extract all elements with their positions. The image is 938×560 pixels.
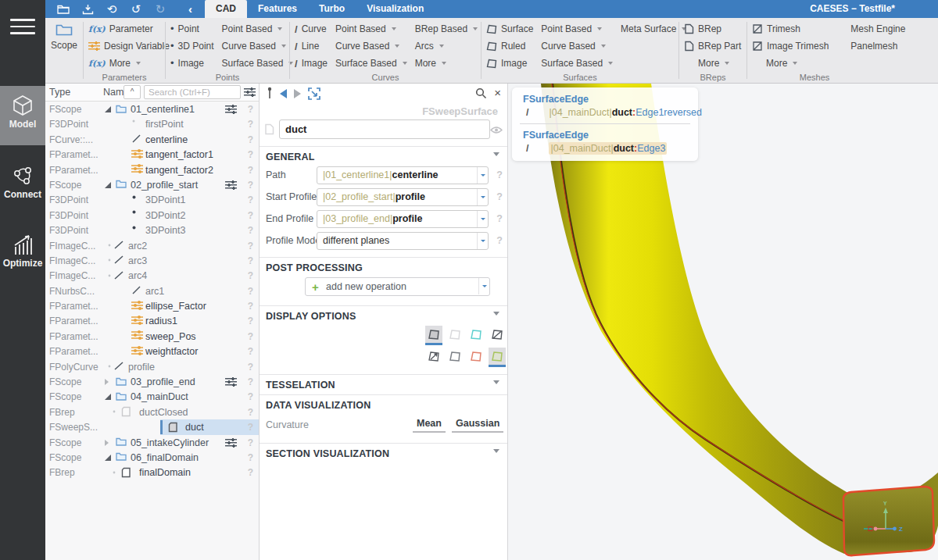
viewport-3d[interactable]: Y Z FSurfaceEdge /|04_mainDuct|duct:Edge… xyxy=(508,84,938,560)
tree-row[interactable]: FImageC... arc2 ? xyxy=(45,238,259,253)
tree-row[interactable]: FBrep ductClosed ? xyxy=(45,405,259,419)
sidebar-item-model[interactable]: Model xyxy=(0,86,45,145)
help-icon[interactable]: ? xyxy=(248,346,253,357)
tree-row[interactable]: FNurbsC... arc1 ? xyxy=(45,284,259,298)
section-display-options[interactable]: DISPLAY OPTIONS xyxy=(260,305,507,324)
visibility-eye-icon[interactable] xyxy=(490,126,503,134)
help-icon[interactable]: ? xyxy=(248,391,253,402)
help-icon[interactable]: ? xyxy=(248,210,253,221)
display-surface-isolines-toggle[interactable] xyxy=(489,326,506,343)
help-icon[interactable]: ? xyxy=(248,165,253,176)
tree-row[interactable]: FImageC... arc3 ? xyxy=(45,253,259,268)
start-profile-combobox[interactable]: |02_profile_start|profile xyxy=(317,188,489,206)
section-post-processing[interactable]: POST PROCESSING xyxy=(260,257,507,276)
help-icon[interactable]: ? xyxy=(248,286,253,297)
tree-row[interactable]: FScope 02_profile_start ? xyxy=(45,177,259,192)
object-name-input[interactable] xyxy=(279,119,490,139)
breps-more-dropdown[interactable]: More xyxy=(684,55,741,72)
path-combobox[interactable]: |01_centerline1|centerline xyxy=(317,166,489,184)
hamburger-menu-icon[interactable] xyxy=(10,19,35,36)
point-based-dropdown[interactable]: Point Based xyxy=(222,20,294,37)
tree-expander-icon[interactable] xyxy=(105,379,109,385)
brep-button[interactable]: BRep xyxy=(684,20,741,37)
tree-row[interactable]: F3DPoint 3DPoint2 ? xyxy=(45,208,259,223)
sliders-icon[interactable] xyxy=(225,105,237,114)
parameter-button[interactable]: f(x)Parameter xyxy=(88,20,170,37)
tree-expander-icon[interactable] xyxy=(105,182,111,188)
display-outline-toggle[interactable] xyxy=(446,348,464,365)
tree-row[interactable]: FParamet... tangent_factor2 ? xyxy=(45,162,259,177)
3d-point-button[interactable]: •3D Point xyxy=(170,37,214,55)
collapse-ribbon-icon[interactable]: ‹ xyxy=(188,2,192,16)
tree-row[interactable]: FParamet... tangent_factor1 ? xyxy=(45,147,259,162)
sort-button[interactable]: ^ xyxy=(124,85,141,99)
display-surface-faded-toggle[interactable] xyxy=(446,326,464,343)
tree-row[interactable]: FBrep finalDomain ? xyxy=(45,465,259,480)
image-surface-button[interactable]: Image xyxy=(486,55,533,72)
line-button[interactable]: /Line xyxy=(295,37,328,55)
point-based-dropdown[interactable]: Point Based xyxy=(335,20,407,37)
tree-row[interactable]: FParamet... weightfactor ? xyxy=(45,344,259,358)
help-icon[interactable]: ? xyxy=(248,362,253,373)
dropdown-button[interactable] xyxy=(477,189,488,205)
meshes-more-dropdown[interactable]: More xyxy=(752,55,829,72)
meta-surface-dropdown[interactable]: Meta Surface xyxy=(621,20,686,37)
tree-expander-icon[interactable] xyxy=(105,440,109,446)
dropdown-button[interactable] xyxy=(477,167,488,184)
tree-expander-icon[interactable] xyxy=(105,455,111,461)
section-data-visualization[interactable]: DATA VISUALIZATION xyxy=(260,394,507,413)
tree-row[interactable]: FScope 01_centerline1 ? xyxy=(45,102,259,116)
filter-icon[interactable] xyxy=(244,87,256,97)
tree-row[interactable]: FScope 04_mainDuct ? xyxy=(45,389,259,404)
image-point-button[interactable]: •Image xyxy=(170,55,214,72)
sliders-icon[interactable] xyxy=(225,180,237,190)
display-shaded-green-toggle[interactable] xyxy=(489,348,506,365)
dropdown-button[interactable] xyxy=(477,211,488,227)
display-edges-red-toggle[interactable] xyxy=(467,348,485,365)
help-icon[interactable]: ? xyxy=(248,180,253,191)
help-icon[interactable]: ? xyxy=(496,169,503,180)
panelmesh-button[interactable]: Panelmesh xyxy=(850,37,905,55)
help-icon[interactable]: ? xyxy=(496,191,503,202)
tree-expander-icon[interactable] xyxy=(105,106,111,112)
help-icon[interactable]: ? xyxy=(248,134,253,145)
curve-button[interactable]: /Curve xyxy=(295,20,328,37)
pin-icon[interactable] xyxy=(266,87,274,102)
tab-visualization[interactable]: Visualization xyxy=(356,0,435,18)
search-input[interactable] xyxy=(144,85,241,99)
tree-row[interactable]: FPolyCurve profile ? xyxy=(45,359,259,374)
forward-button[interactable] xyxy=(294,89,301,98)
help-icon[interactable]: ? xyxy=(248,422,253,433)
image-trimesh-button[interactable]: Image Trimesh xyxy=(752,37,829,55)
tree-row[interactable]: F3DPoint 3DPoint1 ? xyxy=(45,192,259,207)
point-button[interactable]: •Point xyxy=(170,20,214,37)
tree-row[interactable]: FParamet... ellipse_Factor ? xyxy=(45,298,259,313)
add-new-operation-button[interactable]: + add new operation xyxy=(305,277,490,296)
redo-icon[interactable]: ↻ xyxy=(153,2,167,16)
dropdown-button[interactable] xyxy=(477,233,488,249)
mesh-engine-button[interactable]: Mesh Engine xyxy=(850,20,905,37)
gaussian-curvature-button[interactable]: Gaussian xyxy=(452,416,503,433)
tab-cad[interactable]: CAD xyxy=(205,0,247,18)
undo-icon[interactable]: ↺ xyxy=(129,2,143,16)
sidebar-item-connect[interactable]: Connect xyxy=(0,156,45,216)
sliders-icon[interactable] xyxy=(225,377,237,387)
selected-edge-item[interactable]: FSurfaceEdge /|04_mainDuct|duct:Edge1rev… xyxy=(520,94,690,118)
help-icon[interactable]: ? xyxy=(248,331,253,342)
design-variable-button[interactable]: Design Variable xyxy=(88,37,170,55)
help-icon[interactable]: ? xyxy=(248,407,253,418)
display-surface-cyan-toggle[interactable] xyxy=(467,326,485,343)
display-normals-toggle[interactable] xyxy=(425,348,442,365)
curves-more-dropdown[interactable]: More xyxy=(415,55,478,72)
tree-row[interactable]: FSweepS... duct ? xyxy=(45,419,259,434)
sidebar-item-optimize[interactable]: Optimize xyxy=(0,225,45,284)
tree-row[interactable]: FCurve::... centerline ? xyxy=(45,132,259,147)
curve-based-dropdown[interactable]: Curve Based xyxy=(541,37,613,55)
ruled-surface-button[interactable]: Ruled xyxy=(486,37,533,55)
dropdown-button[interactable] xyxy=(478,278,489,294)
help-icon[interactable]: ? xyxy=(496,213,503,224)
history-icon[interactable]: ⟲ xyxy=(105,2,119,16)
section-tesselation[interactable]: TESSELATION xyxy=(260,374,507,393)
help-icon[interactable]: ? xyxy=(248,241,253,251)
parameters-more-dropdown[interactable]: f(x)More xyxy=(88,55,170,72)
